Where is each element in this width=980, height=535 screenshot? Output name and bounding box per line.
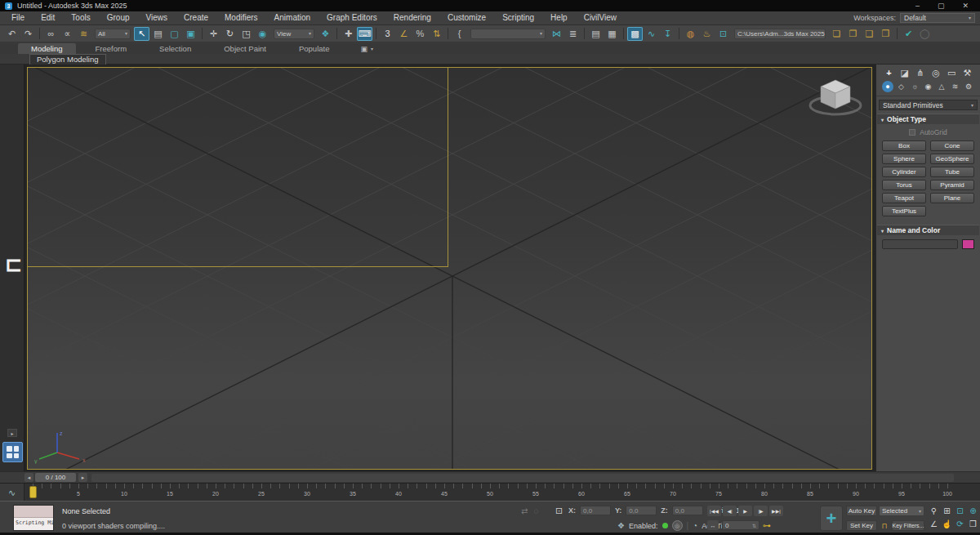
ribbon-overflow[interactable]: ▣ ▾	[360, 43, 373, 54]
lights-category-icon[interactable]: ☼	[909, 81, 920, 92]
zoom-icon[interactable]: ⚲	[928, 506, 940, 517]
selection-lock-icon[interactable]: ⇄	[521, 506, 528, 515]
space-warps-category-icon[interactable]: ≋	[950, 81, 961, 92]
object-name-input[interactable]	[882, 239, 958, 249]
render-disabled-icon[interactable]: ◯	[917, 27, 933, 41]
menu-item[interactable]: Graph Editors	[318, 11, 385, 25]
window-arrow-icon[interactable]: ❐	[845, 27, 861, 41]
mini-curve-editor-icon[interactable]: ∿	[0, 484, 24, 502]
select-and-rotate-icon[interactable]: ↻	[222, 27, 238, 41]
frame-back-button[interactable]: ◂	[24, 473, 33, 482]
go-start-icon[interactable]: |◀◀	[707, 506, 721, 516]
object-type-button[interactable]: Torus	[882, 180, 926, 190]
keyboard-override-icon[interactable]: ⌨	[357, 27, 372, 41]
utilities-tab-icon[interactable]: ⚒	[961, 68, 973, 78]
curve-editor-icon[interactable]: ∿	[644, 27, 659, 41]
object-color-swatch[interactable]	[962, 239, 974, 249]
strip-expand-arrow-icon[interactable]: ▸	[7, 429, 17, 437]
zoom-extents-all-icon[interactable]: ⊕	[967, 506, 979, 517]
mirror-icon[interactable]: ⋈	[549, 27, 564, 41]
z-field[interactable]: 0,0	[672, 506, 703, 515]
window-pin-icon[interactable]: ❒	[878, 27, 893, 41]
object-type-button[interactable]: Sphere	[882, 154, 926, 164]
scene-explorer-icon[interactable]: ▤	[588, 27, 604, 41]
select-by-name-icon[interactable]: ▤	[150, 27, 166, 41]
default-in-out-tangent-icon[interactable]: ⊶	[763, 521, 771, 530]
workspace-dropdown[interactable]: Default ▾	[900, 13, 975, 23]
object-type-rollout-header[interactable]: ▾ Object Type	[877, 114, 979, 124]
menu-item[interactable]: Help	[542, 11, 576, 25]
polygon-modeling-tab[interactable]: Polygon Modeling	[29, 54, 106, 65]
material-editor-icon[interactable]: ◍	[683, 27, 698, 41]
time-slider[interactable]	[29, 486, 37, 498]
menu-item[interactable]: Tools	[63, 11, 98, 25]
object-type-button[interactable]: Teapot	[882, 193, 926, 203]
display-tab-icon[interactable]: ▭	[946, 68, 958, 78]
project-folder-dropdown[interactable]: C:\Users\Adm...3ds Max 2025▾	[734, 29, 826, 39]
key-filters-button[interactable]: Key Filters...	[892, 520, 924, 531]
object-type-button[interactable]: Box	[882, 140, 926, 151]
systems-category-icon[interactable]: ⚙	[963, 81, 974, 92]
object-type-button[interactable]: Tube	[930, 167, 974, 177]
menu-item[interactable]: Rendering	[385, 11, 439, 25]
layer-explorer-icon[interactable]: ▦	[604, 27, 620, 41]
menu-item[interactable]: CivilView	[576, 11, 625, 25]
snaps-toggle-icon[interactable]: 3	[380, 27, 395, 41]
render-setup-icon[interactable]: ♨	[699, 27, 715, 41]
set-key-button[interactable]: Set Key	[846, 520, 877, 531]
y-field[interactable]: 0,0	[626, 506, 657, 515]
set-key-filters-icon[interactable]: ⊓	[879, 520, 890, 531]
selection-filter-dropdown[interactable]: All▾	[95, 29, 131, 39]
percent-snap-icon[interactable]: %	[412, 27, 428, 41]
zoom-all-icon[interactable]: ⊞	[941, 506, 953, 517]
maxscript-mini-listener[interactable]: Scripting Mi	[13, 505, 54, 531]
maximize-viewport-icon[interactable]: ❒	[967, 519, 979, 530]
ribbon-minimize-icon[interactable]: ▣	[360, 45, 368, 53]
prev-frame-icon[interactable]: ◀|	[723, 506, 737, 516]
polygon-modeling-icon[interactable]: ⊏	[5, 254, 22, 274]
spinner-icon[interactable]: ⇅	[752, 523, 756, 528]
geometry-category-icon[interactable]: ●	[882, 81, 893, 92]
ribbon-tab[interactable]: Populate	[286, 43, 343, 54]
object-type-button[interactable]: Cylinder	[882, 167, 926, 177]
object-type-button[interactable]: Pyramid	[930, 180, 974, 190]
selection-cycle-icon[interactable]: ◌	[533, 506, 538, 515]
orbit-icon[interactable]: ⟳	[954, 519, 966, 530]
redo-icon[interactable]: ↷	[20, 27, 36, 41]
undo-icon[interactable]: ↶	[4, 27, 20, 41]
bind-to-space-warp-icon[interactable]: ≋	[76, 27, 91, 41]
angle-snap-icon[interactable]: ∠	[396, 27, 412, 41]
minimize-icon[interactable]: –	[915, 0, 920, 11]
select-object-icon[interactable]: ↖	[134, 27, 149, 41]
window-gear-icon[interactable]: ❏	[829, 27, 844, 41]
viewport-layout-tabs-icon[interactable]	[2, 442, 23, 462]
track-bar[interactable]	[91, 474, 954, 482]
key-mode-toggle-icon[interactable]: ↔	[707, 520, 719, 530]
primitive-type-dropdown[interactable]: Standard Primitives ▾	[879, 100, 978, 110]
scripting-pane[interactable]: Scripting Mi	[14, 518, 53, 530]
render-check-icon[interactable]: ✔	[901, 27, 916, 41]
selection-set-dropdown[interactable]: Selected ▾	[879, 506, 924, 516]
create-tab-icon[interactable]: +	[883, 68, 895, 78]
unlink-selection-icon[interactable]: ∝	[60, 27, 75, 41]
select-and-place-icon[interactable]: ◉	[255, 27, 270, 41]
select-and-link-icon[interactable]: ∞	[43, 27, 59, 41]
macro-recorder-pane[interactable]	[14, 506, 53, 518]
rectangular-selection-icon[interactable]: ▢	[167, 27, 182, 41]
ribbon-tab[interactable]: Freeform	[82, 43, 140, 54]
cameras-category-icon[interactable]: ◉	[923, 81, 934, 92]
close-icon[interactable]: ✕	[962, 0, 969, 11]
schematic-view-icon[interactable]: ↧	[660, 27, 675, 41]
perspective-viewport[interactable]: x y z	[27, 67, 872, 470]
select-and-manipulate-icon[interactable]: ✚	[341, 27, 356, 41]
add-keys-button[interactable]: +	[820, 506, 843, 531]
name-color-rollout-header[interactable]: ▾ Name and Color	[877, 225, 979, 235]
auto-key-button[interactable]: Auto Key	[846, 506, 877, 516]
hierarchy-tab-icon[interactable]: ⋔	[914, 68, 926, 78]
ribbon-tab[interactable]: Object Paint	[211, 43, 279, 54]
x-field[interactable]: 0,0	[580, 506, 611, 515]
object-type-button[interactable]: Plane	[930, 193, 974, 203]
absolute-mode-toggle-icon[interactable]: ⊡	[554, 506, 564, 516]
autogrid-checkbox[interactable]	[909, 129, 915, 136]
select-and-scale-icon[interactable]: ◳	[238, 27, 254, 41]
